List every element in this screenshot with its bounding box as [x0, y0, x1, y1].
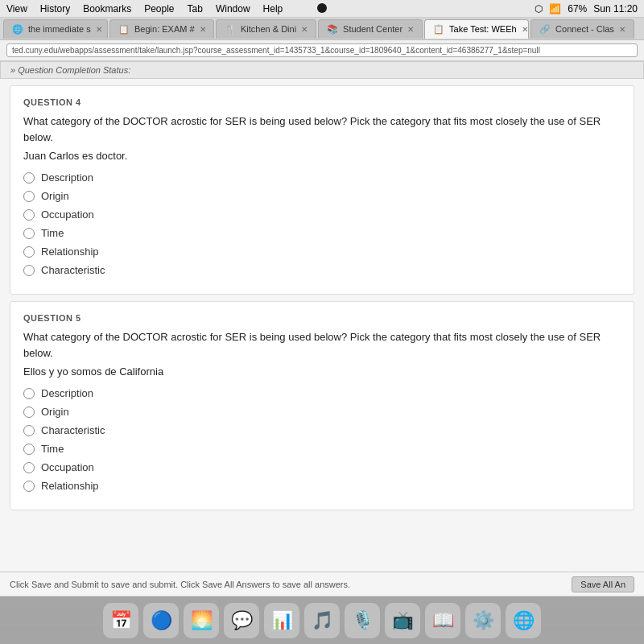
- menu-help[interactable]: Help: [263, 3, 283, 14]
- q5-radio-3[interactable]: [23, 425, 35, 436]
- dock-item-numbers[interactable]: 📊: [264, 603, 299, 638]
- q4-label-4: Time: [41, 227, 64, 239]
- q5-option-3[interactable]: Characteristic: [23, 424, 621, 436]
- q5-option-4[interactable]: Time: [23, 443, 621, 455]
- q4-radio-6[interactable]: [23, 265, 35, 276]
- tab-2-label: Begin: EXAM #: [134, 24, 195, 34]
- menubar-right: ⬡ 📶 67% Sun 11:20: [535, 3, 638, 14]
- urlbar: ted.cuny.edu/webapps/assessment/take/lau…: [0, 40, 644, 61]
- q5-radio-2[interactable]: [23, 407, 35, 418]
- question-5-number: QUESTION 5: [23, 313, 621, 323]
- bottom-bar: Click Save and Submit to save and submit…: [0, 572, 644, 596]
- menu-history[interactable]: History: [40, 3, 70, 14]
- q4-option-5[interactable]: Relationship: [23, 246, 621, 258]
- clock: Sun 11:20: [593, 3, 638, 14]
- tab-6[interactable]: 🔗 Connect - Clas ✕: [530, 19, 634, 39]
- tab-2-icon: 📋: [118, 24, 130, 35]
- status-label: » Question Completion Status:: [10, 65, 130, 75]
- tab-2-close[interactable]: ✕: [200, 25, 206, 34]
- battery-indicator: 67%: [568, 3, 587, 14]
- q4-label-1: Description: [41, 171, 93, 184]
- menu-people[interactable]: People: [144, 3, 174, 14]
- question-4-number: QUESTION 4: [23, 97, 621, 107]
- q5-label-3: Characteristic: [41, 424, 105, 436]
- tab-6-close[interactable]: ✕: [619, 25, 625, 34]
- q5-label-6: Relationship: [41, 480, 99, 492]
- tabbar: 🌐 the immediate s ✕ 📋 Begin: EXAM # ✕ 🍴 …: [0, 18, 644, 40]
- q5-label-4: Time: [41, 443, 64, 455]
- footer-instruction: Click Save and Submit to save and submit…: [10, 580, 350, 589]
- notch: [317, 3, 327, 13]
- q4-option-4[interactable]: Time: [23, 227, 621, 239]
- q5-radio-1[interactable]: [23, 388, 35, 399]
- url-input[interactable]: ted.cuny.edu/webapps/assessment/take/lau…: [6, 43, 638, 57]
- q5-radio-4[interactable]: [23, 444, 35, 455]
- tab-4-icon: 📚: [327, 24, 338, 35]
- question-5-block: QUESTION 5 What category of the DOCTOR a…: [10, 301, 634, 510]
- tab-3-close[interactable]: ✕: [301, 25, 308, 34]
- question-4-sentence: Juan Carlos es doctor.: [23, 150, 621, 162]
- q4-option-1[interactable]: Description: [23, 171, 621, 184]
- q4-label-5: Relationship: [41, 246, 99, 258]
- q4-radio-1[interactable]: [23, 172, 35, 184]
- q4-radio-5[interactable]: [23, 246, 35, 258]
- tab-1-close[interactable]: ✕: [96, 25, 102, 34]
- q5-radio-6[interactable]: [23, 481, 35, 492]
- q5-label-5: Occupation: [41, 461, 94, 473]
- save-all-button[interactable]: Save All An: [572, 576, 634, 592]
- tab-4-close[interactable]: ✕: [407, 25, 414, 34]
- dock-item-chrome[interactable]: 🌐: [506, 603, 541, 638]
- q4-option-6[interactable]: Characteristic: [23, 264, 621, 276]
- tab-3[interactable]: 🍴 Kitchen & Dini ✕: [216, 19, 316, 39]
- q4-radio-4[interactable]: [23, 228, 35, 239]
- tab-4-label: Student Center: [343, 24, 402, 34]
- menu-view[interactable]: View: [6, 3, 27, 14]
- bluetooth-icon: ⬡: [535, 3, 543, 14]
- q4-label-6: Characteristic: [41, 264, 105, 276]
- wifi-icon: 📶: [549, 3, 561, 14]
- tab-5-icon: 📋: [433, 24, 444, 35]
- tab-1-icon: 🌐: [12, 24, 23, 35]
- dock-item-photos[interactable]: 🌅: [184, 603, 219, 638]
- question-5-text: What category of the DOCTOR acrostic for…: [23, 329, 621, 361]
- dock-item-tv[interactable]: 📺: [385, 603, 420, 638]
- q5-option-6[interactable]: Relationship: [23, 480, 621, 492]
- tab-5[interactable]: 📋 Take Test: WEEh ✕: [424, 19, 529, 39]
- tab-5-label: Take Test: WEEh: [449, 24, 517, 34]
- q5-label-1: Description: [41, 387, 93, 399]
- menu-bookmarks[interactable]: Bookmarks: [83, 3, 131, 14]
- q5-option-5[interactable]: Occupation: [23, 461, 621, 473]
- menu-window[interactable]: Window: [216, 3, 250, 14]
- q4-option-3[interactable]: Occupation: [23, 208, 621, 221]
- q5-label-2: Origin: [41, 406, 69, 418]
- dock-item-books[interactable]: 📖: [425, 603, 460, 638]
- tab-3-label: Kitchen & Dini: [241, 24, 296, 34]
- q4-radio-2[interactable]: [23, 191, 35, 202]
- q5-option-1[interactable]: Description: [23, 387, 621, 399]
- tab-3-icon: 🍴: [225, 24, 236, 35]
- q4-option-2[interactable]: Origin: [23, 190, 621, 202]
- q5-radio-5[interactable]: [23, 462, 35, 473]
- q4-label-2: Origin: [41, 190, 69, 202]
- question-5-sentence: Ellos y yo somos de California: [23, 365, 621, 378]
- question-4-text: What category of the DOCTOR acrostic for…: [23, 114, 621, 145]
- q4-radio-3[interactable]: [23, 209, 35, 221]
- dock-item-calendar[interactable]: 📅: [103, 603, 138, 638]
- tab-1-label: the immediate s: [28, 24, 91, 34]
- menu-tab[interactable]: Tab: [188, 3, 203, 14]
- q5-option-2[interactable]: Origin: [23, 406, 621, 418]
- tab-4[interactable]: 📚 Student Center ✕: [318, 19, 423, 39]
- tab-1[interactable]: 🌐 the immediate s ✕: [3, 19, 108, 39]
- tab-2[interactable]: 📋 Begin: EXAM # ✕: [109, 19, 214, 39]
- dock-item-music[interactable]: 🎵: [304, 603, 340, 638]
- browser-content: » Question Completion Status: QUESTION 4…: [0, 61, 644, 596]
- tab-6-label: Connect - Clas: [555, 24, 614, 34]
- dock-item-finder[interactable]: 🔵: [143, 603, 179, 638]
- question-4-block: QUESTION 4 What category of the DOCTOR a…: [10, 85, 634, 295]
- tab-5-close[interactable]: ✕: [522, 25, 528, 34]
- dock-item-messages[interactable]: 💬: [224, 603, 259, 638]
- tab-6-icon: 🔗: [539, 24, 551, 35]
- dock-item-podcasts[interactable]: 🎙️: [345, 603, 380, 638]
- dock-item-settings[interactable]: ⚙️: [465, 603, 501, 638]
- q4-label-3: Occupation: [41, 208, 94, 221]
